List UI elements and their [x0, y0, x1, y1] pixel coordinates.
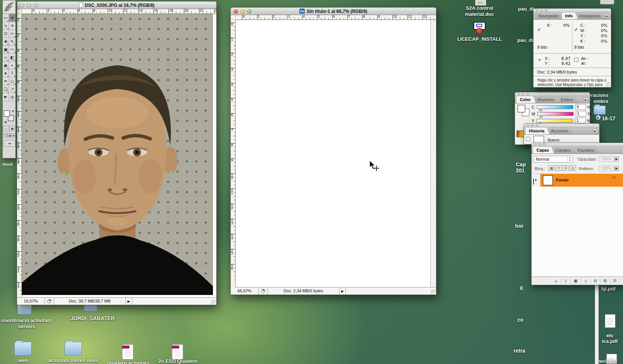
tab-muestras[interactable]: Muestras	[534, 96, 559, 103]
desktop-icon-eracions[interactable]: eracions	[588, 92, 608, 98]
slice-tool[interactable]: ✂	[9, 30, 15, 38]
desktop-icon-co[interactable]: co	[517, 317, 523, 323]
desktop-icon-cap-line2[interactable]: 201	[516, 167, 524, 174]
desktop-icon-16-17[interactable]: 16-17	[602, 115, 615, 121]
tab-acciones[interactable]: Acciones	[547, 127, 573, 134]
brush-tool[interactable]: ✎	[9, 38, 15, 46]
desktop-icon-il[interactable]: Il	[520, 285, 523, 291]
pen-tool[interactable]: ✒	[3, 77, 9, 85]
move-tool[interactable]: ✛	[9, 14, 15, 22]
desktop-icon-coordinacio-line2[interactable]: serveis	[0, 324, 53, 329]
layer-thumbnail[interactable]	[543, 175, 553, 185]
eraser-tool[interactable]: ▱	[3, 54, 9, 61]
horizontal-ruler[interactable]: 0123456789101112	[236, 15, 436, 20]
link-layers-icon[interactable]: ∞	[551, 278, 561, 284]
quick-mask-mode-button[interactable]: ◉	[9, 126, 15, 131]
tab-color[interactable]: Color	[517, 96, 536, 103]
screen-mode-standard-button[interactable]: ▢	[3, 133, 7, 138]
color-slider-c[interactable]: C0%	[532, 104, 591, 110]
lock-all-icon[interactable]: ◘	[570, 165, 576, 171]
blur-tool[interactable]: ◉	[3, 61, 9, 69]
zoom-button[interactable]	[247, 9, 251, 14]
status-menu-button[interactable]: ▶	[339, 287, 346, 295]
resize-grip[interactable]	[606, 82, 611, 87]
path-selection-tool[interactable]: ➤	[3, 69, 9, 77]
desktop-icon-pau2[interactable]: pau_di	[517, 37, 533, 43]
rectangular-marquee-tool[interactable]: ▭	[3, 14, 9, 22]
tab-capas[interactable]: Capas	[533, 147, 554, 154]
palette-titlebar[interactable]	[534, 9, 611, 12]
lock-position-icon[interactable]: ✛	[563, 165, 569, 171]
palette-menu-button[interactable]: ▶	[604, 14, 609, 18]
desktop-icon-quadern-label[interactable]: quadern activitats	[104, 360, 153, 364]
opacity-slider-button[interactable]: ▶	[614, 157, 619, 161]
opacity-value-field[interactable]: 100%	[599, 156, 613, 162]
clone-stamp-tool[interactable]: ▣	[3, 46, 9, 54]
dodge-tool[interactable]: ◐	[9, 61, 15, 69]
type-tool[interactable]: T	[9, 69, 15, 77]
palette-titlebar[interactable]	[524, 124, 599, 127]
palette-titlebar[interactable]	[515, 92, 590, 96]
jump-to-imageready-button[interactable]: ➔	[3, 140, 15, 147]
new-layer-icon[interactable]: ⊞	[600, 278, 610, 284]
folder-icon-right[interactable]	[594, 106, 606, 115]
desktop-icon-llibres-label[interactable]: activitats llibres nous	[45, 358, 102, 363]
slider-value-field[interactable]: 1	[576, 111, 586, 117]
layer-name[interactable]: Fondo	[556, 178, 569, 182]
desktop-icon-licecap-label[interactable]: LICECAP_INSTALL	[446, 36, 514, 42]
lock-paint-icon[interactable]: ✎	[555, 165, 562, 171]
eyedropper-tool[interactable]: ↗	[9, 85, 15, 93]
foreground-color-swatch[interactable]	[518, 105, 525, 112]
resize-grip[interactable]	[431, 289, 436, 294]
desktop-icon-mod[interactable]: mod	[2, 161, 12, 167]
palette-menu-button[interactable]: ▶	[583, 97, 588, 102]
notebook-icon-eso[interactable]	[172, 344, 183, 359]
pdf-file-icon-right[interactable]	[605, 314, 615, 328]
layer-visibility-eye-icon[interactable]	[533, 178, 534, 185]
stepper-icon[interactable]: ▲▼	[567, 157, 572, 162]
desktop-icon-s2a-line2[interactable]: material.doc	[447, 11, 512, 17]
vertical-ruler[interactable]: 012345678910111213141516	[231, 20, 236, 287]
desktop-icon-coordinacio-line1[interactable]: coordinació activitats	[0, 318, 53, 323]
folder-icon-web[interactable]	[14, 342, 32, 356]
desktop-icon-ica-pdf[interactable]: ica.pdf	[602, 338, 618, 344]
palette-titlebar[interactable]	[532, 143, 623, 147]
delete-layer-icon[interactable]: ☒	[610, 278, 620, 284]
window1-titlebar[interactable]: DSC_0200.JPG al 16,7% (RGB/8)	[17, 2, 216, 9]
hand-tool[interactable]: ☛	[3, 93, 9, 101]
fill-value-field[interactable]: 100%	[599, 166, 613, 171]
zoom-button[interactable]	[34, 3, 38, 8]
default-colors-icon[interactable]: ◨	[3, 120, 7, 124]
close-button[interactable]	[20, 3, 24, 8]
window2-titlebar[interactable]: Ps Sin título-1 al 66,7% (RGB/8)	[231, 8, 436, 15]
desktop-icon-s2a-line1[interactable]: S2A control	[447, 5, 512, 11]
standard-mode-button[interactable]: ○	[3, 126, 9, 131]
notebook-icon-quadern[interactable]	[122, 344, 133, 359]
slider-track[interactable]	[537, 119, 573, 123]
desktop-icon-eso-label[interactable]: 2n ESO Quadern	[156, 358, 200, 364]
tab-canales[interactable]: Canales	[552, 147, 575, 154]
paint-bucket-tool[interactable]: ◧	[9, 54, 15, 61]
palette-menu-button[interactable]: ▶	[593, 129, 598, 134]
close-button[interactable]	[234, 9, 238, 14]
slider-value-field[interactable]: 1	[575, 118, 586, 123]
fill-slider-button[interactable]: ▶	[614, 166, 619, 171]
tab-info[interactable]: Info	[562, 12, 578, 19]
layer-mask-icon[interactable]: ▣	[571, 278, 581, 284]
zoom-tool[interactable]: ◎	[9, 93, 15, 101]
vertical-ruler[interactable]: 024681012141618202224262830323436	[17, 14, 22, 297]
swap-colors-icon[interactable]: ⇄	[11, 109, 15, 113]
resize-grip[interactable]	[211, 299, 216, 304]
slider-value-field[interactable]: 0	[575, 104, 586, 110]
history-source-icon[interactable]	[526, 137, 530, 141]
layer-row-fondo[interactable]: Fondo	[532, 174, 623, 187]
screen-mode-full-menu-button[interactable]: ◪	[8, 133, 11, 138]
magic-wand-tool[interactable]: ✶	[9, 22, 15, 30]
desktop-icon-embre[interactable]: embre	[594, 98, 608, 104]
folder-icon-llibres[interactable]	[65, 342, 82, 356]
color-slider-m[interactable]: M1%	[532, 111, 591, 117]
desktop-icon-retra[interactable]: retra	[514, 348, 525, 354]
palette-fragment-menu-button[interactable]: ▶	[596, 115, 601, 120]
tab-histograma[interactable]: Histograma	[576, 12, 605, 19]
tab-navegador[interactable]: Navegador	[535, 12, 564, 19]
